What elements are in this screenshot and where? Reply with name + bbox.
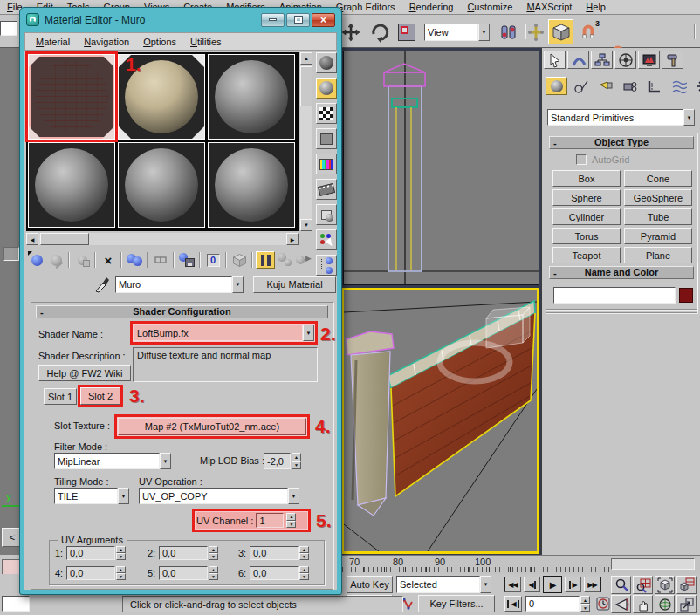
menu-customize[interactable]: Customize [460, 1, 519, 13]
category-space-warps[interactable] [668, 77, 690, 95]
uv-arg-1-field[interactable]: 0,0 [66, 546, 115, 560]
viewport-perspective[interactable] [341, 288, 539, 554]
primitives-category-dropdown[interactable]: Standard Primitives [547, 109, 683, 126]
assign-material-button[interactable] [72, 251, 92, 269]
spin-down-icon[interactable] [116, 573, 126, 580]
show-end-result-button[interactable] [256, 251, 275, 269]
material-name-dropdown-button[interactable] [232, 276, 244, 293]
tab-motion[interactable] [614, 51, 636, 69]
shader-name-dropdown-button[interactable] [303, 325, 314, 341]
min-max-toggle-button[interactable] [676, 595, 697, 613]
select-by-material-button[interactable] [316, 229, 337, 250]
sample-slot-4[interactable] [28, 142, 115, 228]
tab-modify[interactable] [567, 51, 589, 69]
uv-arg-6-field[interactable]: 0,0 [250, 566, 299, 580]
button-geosphere[interactable]: GeoSphere [624, 189, 692, 206]
spin-down-icon[interactable] [116, 553, 126, 560]
sample-slot-brick[interactable] [28, 54, 115, 140]
sample-slot-3[interactable] [208, 54, 295, 140]
uv-arg-2-field[interactable]: 0,0 [159, 546, 208, 560]
sample-slot-5[interactable] [118, 142, 205, 228]
sample-type-button[interactable] [316, 52, 337, 73]
select-and-rotate-button[interactable] [370, 22, 391, 43]
key-mode-toggle-button[interactable]: ◀ [504, 596, 522, 612]
mip-lod-bias-spinner[interactable] [292, 453, 301, 469]
spin-down-icon[interactable] [299, 573, 309, 580]
snap-toggle-3d-button[interactable]: 3 [578, 21, 599, 42]
scroll-h-thumb[interactable] [40, 233, 89, 245]
reset-map-button[interactable]: × [99, 251, 118, 269]
toolbar-clipped-field[interactable] [0, 21, 17, 36]
snaps-toggle-button[interactable] [548, 19, 573, 44]
slot-2-tab[interactable]: Slot 2 [80, 387, 120, 405]
category-lights[interactable] [594, 77, 616, 95]
uv-arg-4-spinner[interactable] [116, 566, 126, 580]
spin-down-icon[interactable] [292, 461, 301, 470]
button-tube[interactable]: Tube [624, 208, 692, 225]
uv-arg-6-spinner[interactable] [299, 566, 309, 580]
key-filters-button[interactable]: Key Filters... [418, 595, 495, 612]
put-to-library-button[interactable] [177, 251, 196, 269]
spin-up-icon[interactable] [286, 513, 296, 521]
object-color-swatch[interactable] [679, 288, 693, 303]
previous-frame-button[interactable]: ◀ [524, 577, 540, 592]
selection-set-dropdown[interactable]: Selected [396, 576, 480, 593]
scroll-up-button[interactable]: ▲ [300, 52, 312, 65]
menu-help[interactable]: Help [579, 1, 613, 13]
name-and-color-header[interactable]: - Name and Color [549, 266, 694, 279]
reference-coordinate-dropdown-button[interactable] [478, 24, 490, 41]
object-type-rollout-header[interactable]: - Object Type [549, 136, 694, 149]
tab-utilities[interactable] [662, 51, 683, 69]
video-color-check-button[interactable] [316, 154, 337, 174]
select-and-move-button[interactable] [340, 22, 361, 43]
dialog-menu-options[interactable]: Options [136, 36, 183, 48]
shader-name-dropdown[interactable]: LoftBump.fx [134, 325, 303, 341]
category-geometry[interactable] [546, 77, 567, 95]
mip-lod-bias-field[interactable]: -2,0 [264, 453, 291, 469]
scroll-thumb[interactable] [300, 66, 312, 106]
spin-up-icon[interactable] [209, 566, 218, 573]
spin-up-icon[interactable] [116, 566, 126, 573]
material-id-channel-button[interactable]: 0 [203, 251, 223, 269]
slots-vertical-scrollbar[interactable]: ▲ ▼ [300, 52, 312, 231]
primitives-category-dropdown-button[interactable] [683, 109, 695, 126]
selection-set-dropdown-button[interactable] [480, 576, 491, 593]
go-to-start-button[interactable]: ◀◀ [504, 577, 521, 592]
tab-create[interactable] [544, 51, 566, 69]
show-map-in-viewport-button[interactable] [230, 251, 249, 269]
category-cameras[interactable] [619, 77, 641, 95]
tab-hierarchy[interactable] [591, 51, 613, 69]
spin-down-icon[interactable] [286, 521, 296, 529]
filter-mode-dropdown[interactable]: MipLinear [54, 453, 160, 469]
sample-slot-6[interactable] [208, 142, 295, 228]
minimize-button[interactable] [261, 13, 285, 27]
select-and-manipulate-button[interactable] [527, 23, 545, 42]
uv-operation-dropdown[interactable]: UV_OP_COPY [139, 488, 288, 504]
make-preview-button[interactable] [316, 179, 337, 200]
spin-down-icon[interactable] [580, 604, 590, 612]
select-and-scale-button[interactable] [398, 24, 415, 41]
category-shapes[interactable] [570, 77, 592, 95]
autogrid-checkbox[interactable] [576, 154, 587, 165]
auto-key-button[interactable]: Auto Key [347, 576, 393, 593]
background-button[interactable] [316, 103, 337, 124]
make-material-copy-button[interactable] [125, 251, 144, 269]
menu-maxscript[interactable]: MAXScript [519, 1, 579, 13]
scroll-left-button[interactable]: ◀ [26, 233, 38, 245]
use-pivot-center-button[interactable] [499, 23, 518, 42]
pan-button[interactable] [633, 595, 653, 613]
button-torus[interactable]: Torus [552, 228, 621, 244]
uv-channel-spinner[interactable] [286, 513, 296, 528]
button-box[interactable]: Box [552, 170, 621, 187]
uv-operation-dropdown-button[interactable] [288, 488, 299, 504]
slot-texture-button[interactable]: Map #2 (TxMuroTut02_nm.ace) [118, 418, 306, 435]
current-frame-field[interactable]: 0 [525, 596, 580, 612]
mini-grid-button[interactable] [3, 247, 19, 261]
zoom-button[interactable] [611, 576, 631, 594]
material-map-navigator-button[interactable] [316, 255, 337, 276]
time-configuration-button[interactable] [594, 596, 612, 612]
options-button[interactable] [316, 204, 337, 225]
button-cylinder[interactable]: Cylinder [552, 208, 621, 225]
uv-arg-2-spinner[interactable] [209, 546, 218, 560]
backlight-button[interactable] [316, 78, 337, 99]
